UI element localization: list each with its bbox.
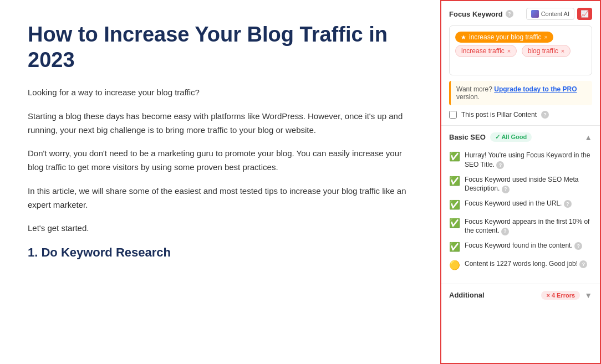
seo-item-4: ✅ Focus Keyword appears in the first 10%… [449, 217, 592, 236]
paragraph-3: Don't worry, you don't need to be a mark… [28, 147, 412, 175]
seo-section-header[interactable]: Basic SEO ✓ All Good ▲ [441, 126, 600, 148]
paragraph-4: In this article, we will share some of t… [28, 184, 412, 212]
primary-keyword-tag[interactable]: ★ increase your blog traffic × [455, 32, 553, 43]
article-body: Looking for a way to increase your blog … [28, 86, 412, 260]
secondary-tag-close-2[interactable]: × [561, 48, 564, 54]
additional-section[interactable]: Additional × 4 Errors ▼ [441, 284, 600, 306]
tag-star-icon: ★ [461, 34, 466, 41]
seo-check-icon-2: ✅ [449, 175, 460, 187]
article-title: How to Increase Your Blog Traffic in 202… [28, 22, 412, 73]
seo-item-5: ✅ Focus Keyword found in the content. ? [449, 241, 592, 253]
seo-item-text-3: Focus Keyword used in the URL. ? [465, 199, 592, 208]
header-buttons: Content AI 📈 [526, 8, 592, 20]
focus-keyword-label: Focus Keyword ? [449, 10, 513, 18]
content-ai-label: Content AI [541, 11, 569, 17]
seo-item-text-1: Hurray! You're using Focus Keyword in th… [465, 151, 592, 170]
seo-section-title: Basic SEO ✓ All Good [449, 132, 532, 142]
seo-warning-icon-6: 🟡 [449, 259, 460, 271]
pillar-content: This post is Pillar Content ? [449, 111, 592, 119]
expand-icon: ▼ [584, 291, 592, 300]
seo-check-icon-3: ✅ [449, 199, 460, 211]
trend-button[interactable]: 📈 [577, 8, 592, 20]
upgrade-text-before: Want more? [456, 85, 492, 93]
upgrade-link[interactable]: Upgrade today to the PRO [494, 85, 577, 93]
primary-tag-close[interactable]: × [544, 34, 548, 40]
seo-check-icon-5: ✅ [449, 241, 460, 253]
paragraph-5: Let's get started. [28, 222, 412, 235]
trend-icon: 📈 [580, 10, 589, 18]
basic-seo-label: Basic SEO [449, 133, 486, 141]
seo-item-1: ✅ Hurray! You're using Focus Keyword in … [449, 151, 592, 170]
seo-item-help-4[interactable]: ? [501, 228, 509, 235]
errors-badge: × 4 Errors [541, 291, 580, 300]
paragraph-1: Looking for a way to increase your blog … [28, 86, 412, 100]
focus-keyword-section: Focus Keyword ? Content AI 📈 ★ increase … [441, 1, 600, 126]
keyword-tags-area[interactable]: ★ increase your blog traffic × increase … [449, 25, 592, 75]
focus-keyword-help-icon[interactable]: ? [506, 10, 513, 18]
content-area: How to Increase Your Blog Traffic in 202… [0, 0, 440, 364]
seo-item-help-1[interactable]: ? [496, 161, 504, 169]
right-panel: Focus Keyword ? Content AI 📈 ★ increase … [440, 0, 601, 364]
pillar-content-label: This post is Pillar Content [461, 111, 537, 119]
seo-item-help-2[interactable]: ? [502, 186, 510, 193]
secondary-tag-text-2: blog traffic [528, 47, 558, 55]
all-good-badge: ✓ All Good [490, 132, 532, 142]
seo-item-6: 🟡 Content is 1227 words long. Good job! … [449, 259, 592, 271]
seo-item-2: ✅ Focus Keyword used inside SEO Meta Des… [449, 175, 592, 194]
secondary-tag-close-1[interactable]: × [507, 48, 511, 54]
content-ai-icon [531, 10, 539, 18]
seo-check-icon-1: ✅ [449, 151, 460, 163]
seo-item-text-6: Content is 1227 words long. Good job! ? [465, 259, 592, 269]
primary-tag-text: increase your blog traffic [469, 33, 542, 41]
seo-item-text-2: Focus Keyword used inside SEO Meta Descr… [465, 175, 592, 194]
basic-seo-section: Basic SEO ✓ All Good ▲ ✅ Hurray! You're … [441, 126, 600, 284]
seo-item-help-5[interactable]: ? [574, 242, 582, 250]
article-subheading: 1. Do Keyword Research [28, 245, 412, 260]
pillar-content-help-icon[interactable]: ? [541, 111, 549, 119]
seo-item-text-4: Focus Keyword appears in the first 10% o… [465, 217, 592, 236]
paragraph-2: Starting a blog these days has become ea… [28, 110, 412, 137]
seo-check-icon-4: ✅ [449, 217, 460, 229]
secondary-keyword-tag-2[interactable]: blog traffic × [522, 45, 571, 57]
pillar-content-checkbox[interactable] [449, 111, 457, 119]
secondary-tag-text-1: increase traffic [461, 47, 505, 55]
upgrade-notice: Want more? Upgrade today to the PRO vers… [449, 81, 592, 105]
upgrade-text-after: version. [456, 93, 480, 101]
seo-items-list: ✅ Hurray! You're using Focus Keyword in … [441, 148, 600, 284]
seo-item-help-6[interactable]: ? [579, 260, 587, 268]
seo-item-text-5: Focus Keyword found in the content. ? [465, 241, 592, 250]
focus-keyword-title: Focus Keyword [449, 10, 503, 18]
focus-keyword-header: Focus Keyword ? Content AI 📈 [449, 8, 592, 20]
content-ai-button[interactable]: Content AI [526, 8, 574, 20]
additional-label: Additional [449, 291, 485, 299]
seo-item-3: ✅ Focus Keyword used in the URL. ? [449, 199, 592, 211]
seo-item-help-3[interactable]: ? [564, 200, 572, 208]
secondary-keyword-tag-1[interactable]: increase traffic × [455, 45, 517, 57]
collapse-icon: ▲ [584, 133, 592, 142]
